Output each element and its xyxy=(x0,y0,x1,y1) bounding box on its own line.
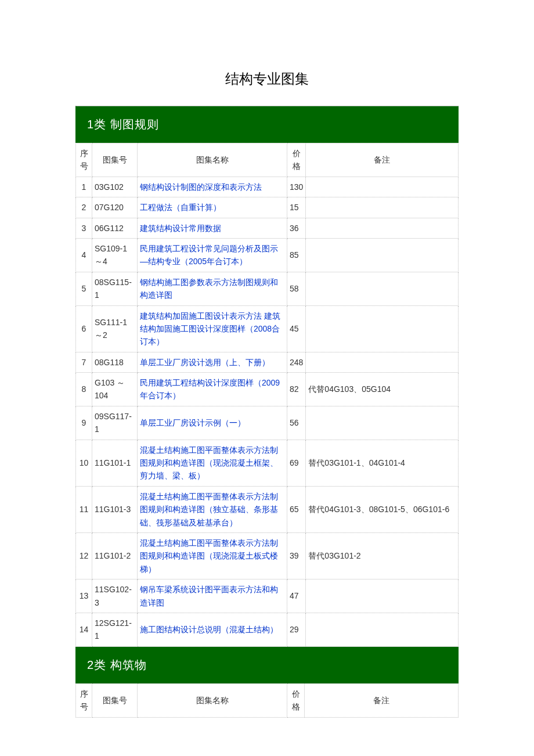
content-wrapper: 1类 制图规则 序号 图集号 图集名称 价格 备注 103G102钢结构设计制图… xyxy=(0,106,534,741)
atlas-link[interactable]: 建筑结构加固施工图设计表示方法 建筑结构加固施工图设计深度图样（2008合订本） xyxy=(140,311,280,347)
cell-price: 248 xyxy=(287,352,306,372)
atlas-link[interactable]: 混凝土结构施工图平面整体表示方法制图规则和构造详图（独立基础、条形基础、筏形基础… xyxy=(140,492,278,527)
cell-remarks xyxy=(306,352,459,372)
category-header-1: 1类 制图规则 xyxy=(75,106,459,143)
cell-remarks: 代替04G103、05G104 xyxy=(306,373,459,406)
cell-name: 施工图结构设计总说明（混凝土结构） xyxy=(138,613,287,646)
atlas-link[interactable]: 工程做法（自重计算） xyxy=(140,203,221,212)
atlas-link[interactable]: 民用建筑工程设计常见问题分析及图示—结构专业（2005年合订本） xyxy=(140,244,278,266)
th-name: 图集名称 xyxy=(138,683,287,717)
cell-price: 58 xyxy=(287,272,306,305)
cell-remarks xyxy=(306,272,459,305)
cell-name: 建筑结构设计常用数据 xyxy=(138,218,287,238)
cell-name: 混凝土结构施工图平面整体表示方法制图规则和构造详图（现浇混凝土框架、剪力墙、梁、… xyxy=(138,440,287,486)
cell-price: 65 xyxy=(287,486,306,532)
table-row: 1211G101-2混凝土结构施工图平面整体表示方法制图规则和构造详图（现浇混凝… xyxy=(76,532,459,579)
cell-name: 钢结构设计制图的深度和表示方法 xyxy=(138,177,287,197)
cell-remarks xyxy=(306,579,459,613)
table-body-1: 103G102钢结构设计制图的深度和表示方法130207G120工程做法（自重计… xyxy=(76,177,459,646)
th-remarks: 备注 xyxy=(306,143,459,177)
table-category-1: 序号 图集号 图集名称 价格 备注 103G102钢结构设计制图的深度和表示方法… xyxy=(75,143,459,647)
cell-price: 45 xyxy=(287,305,306,352)
th-seq: 序号 xyxy=(76,683,92,717)
atlas-link[interactable]: 钢结构设计制图的深度和表示方法 xyxy=(140,182,262,192)
cell-remarks xyxy=(306,218,459,238)
atlas-link[interactable]: 施工图结构设计总说明（混凝土结构） xyxy=(140,625,278,634)
atlas-link[interactable]: 混凝土结构施工图平面整体表示方法制图规则和构造详图（现浇混凝土板式楼梯） xyxy=(140,538,278,574)
table-row: 207G120工程做法（自重计算）15 xyxy=(76,197,459,218)
cell-name: 建筑结构加固施工图设计表示方法 建筑结构加固施工图设计深度图样（2008合订本） xyxy=(138,305,287,352)
cell-remarks xyxy=(306,613,459,646)
table-row: 1111G101-3混凝土结构施工图平面整体表示方法制图规则和构造详图（独立基础… xyxy=(76,486,459,532)
cell-price: 130 xyxy=(287,177,306,197)
table-row: 6SG111-1～2建筑结构加固施工图设计表示方法 建筑结构加固施工图设计深度图… xyxy=(76,305,459,352)
cell-remarks xyxy=(306,197,459,218)
cell-code: G103 ～ 104 xyxy=(92,373,138,406)
atlas-link[interactable]: 钢结构施工图参数表示方法制图规则和构造详图 xyxy=(140,278,278,300)
atlas-link[interactable]: 混凝土结构施工图平面整体表示方法制图规则和构造详图（现浇混凝土框架、剪力墙、梁、… xyxy=(140,445,278,481)
cell-seq: 4 xyxy=(76,238,92,272)
page-title: 结构专业图集 xyxy=(0,0,534,106)
th-remarks: 备注 xyxy=(305,683,459,717)
table-row: 708G118单层工业厂房设计选用（上、下册）248 xyxy=(76,352,459,372)
cell-seq: 11 xyxy=(76,486,92,532)
cell-code: 11G101-3 xyxy=(92,486,138,532)
cell-code: 08SG115-1 xyxy=(92,272,138,305)
cell-name: 单层工业厂房设计示例（一） xyxy=(138,406,287,440)
cell-remarks xyxy=(306,406,459,440)
cell-seq: 3 xyxy=(76,218,92,238)
cell-seq: 13 xyxy=(76,579,92,613)
cell-seq: 12 xyxy=(76,532,92,579)
atlas-link[interactable]: 单层工业厂房设计选用（上、下册） xyxy=(140,358,270,367)
cell-code: 06G112 xyxy=(92,218,138,238)
cell-remarks xyxy=(306,177,459,197)
cell-seq: 2 xyxy=(76,197,92,218)
cell-seq: 10 xyxy=(76,440,92,486)
cell-remarks xyxy=(306,305,459,352)
cell-name: 民用建筑工程设计常见问题分析及图示—结构专业（2005年合订本） xyxy=(138,238,287,272)
cell-name: 钢吊车梁系统设计图平面表示方法和构造详图 xyxy=(138,579,287,613)
cell-seq: 6 xyxy=(76,305,92,352)
cell-code: 11G101-2 xyxy=(92,532,138,579)
cell-seq: 9 xyxy=(76,406,92,440)
table-row: 103G102钢结构设计制图的深度和表示方法130 xyxy=(76,177,459,197)
th-price: 价格 xyxy=(287,683,305,717)
atlas-link[interactable]: 建筑结构设计常用数据 xyxy=(140,224,221,233)
th-code: 图集号 xyxy=(92,683,138,717)
th-code: 图集号 xyxy=(92,143,138,177)
cell-seq: 14 xyxy=(76,613,92,646)
cell-price: 29 xyxy=(287,613,306,646)
cell-remarks: 替代04G101-3、08G101-5、06G101-6 xyxy=(306,486,459,532)
cell-name: 混凝土结构施工图平面整体表示方法制图规则和构造详图（独立基础、条形基础、筏形基础… xyxy=(138,486,287,532)
table-row: 1311SG102-3钢吊车梁系统设计图平面表示方法和构造详图47 xyxy=(76,579,459,613)
table-row: 508SG115-1钢结构施工图参数表示方法制图规则和构造详图58 xyxy=(76,272,459,305)
cell-seq: 7 xyxy=(76,352,92,372)
cell-price: 82 xyxy=(287,373,306,406)
table-row: 1412SG121-1施工图结构设计总说明（混凝土结构）29 xyxy=(76,613,459,646)
cell-seq: 1 xyxy=(76,177,92,197)
category-header-2: 2类 构筑物 xyxy=(75,647,459,683)
cell-code: 11G101-1 xyxy=(92,440,138,486)
atlas-link[interactable]: 钢吊车梁系统设计图平面表示方法和构造详图 xyxy=(140,585,278,607)
cell-code: 09SG117-1 xyxy=(92,406,138,440)
cell-remarks: 替代03G101-1、04G101-4 xyxy=(306,440,459,486)
table-row: 8G103 ～ 104民用建筑工程结构设计深度图样（2009年合订本）82代替0… xyxy=(76,373,459,406)
table-row: 4SG109-1～4民用建筑工程设计常见问题分析及图示—结构专业（2005年合订… xyxy=(76,238,459,272)
atlas-link[interactable]: 单层工业厂房设计示例（一） xyxy=(140,418,246,427)
table-row: 1011G101-1混凝土结构施工图平面整体表示方法制图规则和构造详图（现浇混凝… xyxy=(76,440,459,486)
cell-price: 56 xyxy=(287,406,306,440)
table-header-row: 序号 图集号 图集名称 价格 备注 xyxy=(76,683,459,717)
cell-price: 85 xyxy=(287,238,306,272)
table-header-row: 序号 图集号 图集名称 价格 备注 xyxy=(76,143,459,177)
th-seq: 序号 xyxy=(76,143,92,177)
table-category-2: 序号 图集号 图集名称 价格 备注 xyxy=(75,683,459,718)
cell-price: 69 xyxy=(287,440,306,486)
cell-seq: 8 xyxy=(76,373,92,406)
cell-code: 07G120 xyxy=(92,197,138,218)
table-row: 909SG117-1单层工业厂房设计示例（一）56 xyxy=(76,406,459,440)
atlas-link[interactable]: 民用建筑工程结构设计深度图样（2009年合订本） xyxy=(140,378,280,400)
cell-code: 03G102 xyxy=(92,177,138,197)
cell-code: 08G118 xyxy=(92,352,138,372)
th-price: 价格 xyxy=(287,143,306,177)
cell-code: 11SG102-3 xyxy=(92,579,138,613)
